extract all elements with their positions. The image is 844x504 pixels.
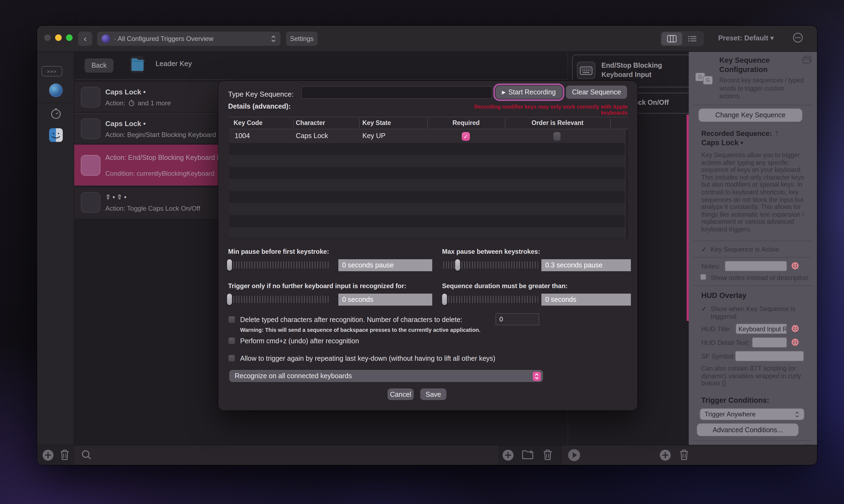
emoji-picker-icon[interactable] xyxy=(791,262,799,270)
chevron-up-down-icon xyxy=(271,35,276,42)
perform-undo-label: Perform cmd+z (undo) after recognition xyxy=(240,337,359,345)
delete-count-input[interactable]: 0 xyxy=(496,313,539,325)
no-further-input-label: Trigger only if no further keyboard inpu… xyxy=(228,282,406,290)
list-view-icon[interactable] xyxy=(682,32,703,45)
key-sequence-input[interactable] xyxy=(301,86,492,99)
key-sequence-dialog: Type Key Sequence: ▶ Start Recording Cle… xyxy=(218,81,638,410)
selection-accent-line xyxy=(686,114,689,321)
breadcrumb-title: Leader Key xyxy=(156,59,192,68)
rail-divider xyxy=(37,103,74,103)
view-mode-segmented-control[interactable] xyxy=(660,31,704,47)
add-action-icon[interactable] xyxy=(502,449,514,463)
hud-title-label: HUD Title: xyxy=(701,325,731,333)
preset-profile-selector[interactable]: · All Configured Triggers Overview xyxy=(97,32,281,46)
recording-warning-text: Recording modifier keys may only work co… xyxy=(453,104,628,116)
trigger-anywhere-select[interactable]: Trigger Anywhere xyxy=(700,408,805,420)
profile-selector-label: · All Configured Triggers Overview xyxy=(114,35,271,42)
minimize-traffic-light[interactable] xyxy=(55,34,62,41)
checkmark-icon: ✓ xyxy=(701,305,707,313)
key-state-cell: Key UP xyxy=(362,132,385,140)
sf-symbol-label: SF Symbol: xyxy=(701,353,735,360)
trigger-conditions-heading: Trigger Conditions: xyxy=(701,396,769,404)
hud-title-input[interactable]: Keyboard Input Relea xyxy=(736,324,787,334)
show-notes-checkbox[interactable] xyxy=(700,274,706,280)
select-stepper-icon xyxy=(533,372,541,381)
table-row[interactable]: 1004 Caps Lock Key UP ✓ xyxy=(229,130,628,143)
add-trigger-icon[interactable] xyxy=(42,449,54,463)
notes-label: Notes: xyxy=(701,263,720,270)
cancel-button[interactable]: Cancel xyxy=(388,389,414,400)
table-header-row: Key Code Character Key State Required Or… xyxy=(229,117,628,129)
timer-icon[interactable] xyxy=(50,108,62,122)
back-button[interactable]: Back xyxy=(85,58,113,73)
delete-item-icon[interactable] xyxy=(679,449,689,463)
add-item-icon[interactable] xyxy=(659,449,671,463)
required-checkbox[interactable]: ✓ xyxy=(462,132,470,141)
key-code-cell: 1004 xyxy=(235,132,250,140)
trigger-action-line: Action: End/Stop Blocking Keyboard Inp xyxy=(105,154,226,162)
zoom-traffic-light[interactable] xyxy=(66,34,73,41)
allow-trigger-again-checkbox[interactable] xyxy=(228,355,235,362)
recorded-sequence-value: Caps Lock • xyxy=(701,139,743,147)
folder-icon xyxy=(128,55,146,76)
column-header[interactable]: Character xyxy=(296,120,325,126)
no-further-input-slider[interactable] xyxy=(228,296,328,303)
more-options-icon[interactable] xyxy=(792,32,803,45)
action-card-label: End/Stop BlockingKeyboard Input xyxy=(601,61,662,80)
column-header[interactable]: Required xyxy=(427,120,505,126)
checkmark-icon: ✓ xyxy=(701,246,707,253)
global-apps-icon[interactable] xyxy=(49,84,63,97)
columns-view-icon[interactable] xyxy=(662,32,682,45)
close-traffic-light[interactable] xyxy=(44,34,51,41)
sf-symbol-input[interactable] xyxy=(735,351,804,361)
hud-detail-input[interactable] xyxy=(752,337,787,348)
trigger-condition-line: Condition: currentlyBlockingKeyboard xyxy=(105,170,214,177)
type-key-sequence-label: Type Key Sequence: xyxy=(228,90,293,98)
order-relevant-checkbox[interactable] xyxy=(553,132,560,141)
chevron-left-icon: ‹ xyxy=(84,34,87,44)
delete-typed-checkbox[interactable] xyxy=(228,316,235,323)
column-header[interactable]: Key Code xyxy=(234,120,263,126)
delete-action-icon[interactable] xyxy=(542,449,553,463)
trigger-title: Caps Lock • xyxy=(105,88,146,96)
expand-rail-button[interactable]: >>> xyxy=(41,66,62,76)
settings-button[interactable]: Settings xyxy=(286,32,318,46)
table-scrollbar[interactable] xyxy=(625,130,628,239)
hud-show-checkbox[interactable]: Show when Key Sequence istriggered xyxy=(711,305,795,320)
preset-menu[interactable]: Preset: Default ▾ xyxy=(718,34,774,42)
min-pause-slider[interactable] xyxy=(228,262,328,269)
advanced-conditions-button[interactable]: Advanced Conditions... xyxy=(697,424,798,436)
trigger-icon-placeholder xyxy=(81,119,101,139)
max-pause-value: 0.3 seconds pause xyxy=(541,259,631,271)
perform-undo-checkbox[interactable] xyxy=(228,337,235,344)
add-folder-icon[interactable] xyxy=(522,450,534,462)
trigger-title: ⇧ • ⇧ • xyxy=(105,193,126,201)
search-icon[interactable] xyxy=(81,450,92,462)
emoji-picker-icon[interactable] xyxy=(791,338,799,346)
sequence-duration-slider[interactable] xyxy=(443,296,538,303)
notes-input[interactable] xyxy=(725,261,787,271)
details-advanced-label: Details (advanced): xyxy=(228,103,291,110)
no-further-input-value: 0 seconds xyxy=(338,294,432,306)
trigger-icon-placeholder xyxy=(81,87,101,108)
recorded-sequence-label: Recorded Sequence: ⇡ xyxy=(701,129,780,138)
change-key-sequence-button[interactable]: Change Key Sequence xyxy=(699,109,802,122)
allow-trigger-again-label: Allow to trigger again by repeating last… xyxy=(240,355,495,362)
start-recording-button[interactable]: ▶ Start Recording xyxy=(496,86,562,99)
delete-typed-label: Delete typed characters after recognitio… xyxy=(240,316,462,324)
finder-app-icon[interactable] xyxy=(49,128,63,144)
run-action-icon[interactable] xyxy=(568,449,581,464)
scroll-up-icon: ⇡ xyxy=(774,129,780,138)
column-header[interactable]: Key State xyxy=(362,120,391,126)
clear-sequence-button[interactable]: Clear Sequence xyxy=(566,86,627,99)
emoji-picker-icon[interactable] xyxy=(791,325,799,332)
save-button[interactable]: Save xyxy=(420,389,446,400)
chevron-up-down-icon xyxy=(795,411,800,418)
key-sequence-active-checkbox[interactable]: Key Sequence is Active xyxy=(711,246,779,253)
keyboard-select[interactable]: Recognize on all connected keyboards xyxy=(229,370,543,382)
max-pause-slider[interactable] xyxy=(443,262,538,269)
toolbar-divider xyxy=(561,445,561,465)
nav-back-button[interactable]: ‹ xyxy=(78,32,92,46)
delete-trigger-icon[interactable] xyxy=(59,449,70,463)
column-header[interactable]: Order is Relevant xyxy=(505,120,610,126)
